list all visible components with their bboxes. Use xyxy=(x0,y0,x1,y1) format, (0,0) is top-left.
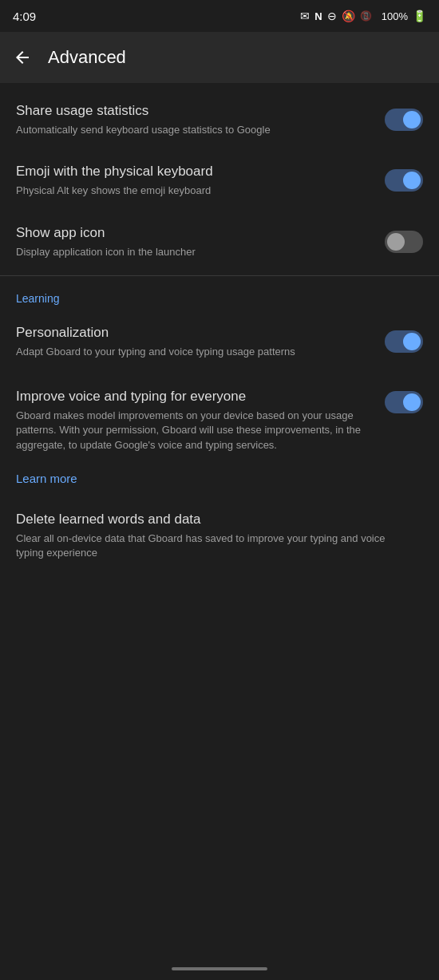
personalization-text: Personalization Adapt Gboard to your typ… xyxy=(16,324,385,359)
back-arrow-icon xyxy=(13,48,32,67)
show-app-icon-subtitle: Display application icon in the launcher xyxy=(16,245,372,259)
personalization-title: Personalization xyxy=(16,324,372,342)
nfc-icon: N xyxy=(314,10,322,22)
section-divider xyxy=(0,275,439,276)
delete-learned-item[interactable]: Delete learned words and data Clear all … xyxy=(0,498,439,573)
learning-section-header: Learning xyxy=(0,279,439,311)
bottom-nav-bar xyxy=(172,967,267,970)
share-usage-subtitle: Automatically send keyboard usage statis… xyxy=(16,123,372,137)
status-bar: 4:09 ✉ N ⊖ 🔕 📵 100% 🔋 xyxy=(0,0,439,32)
status-icons: ✉ N ⊖ 🔕 📵 100% 🔋 xyxy=(300,10,426,22)
personalization-item[interactable]: Personalization Adapt Gboard to your typ… xyxy=(0,311,439,372)
personalization-toggle[interactable] xyxy=(385,330,423,353)
share-usage-toggle[interactable] xyxy=(385,109,423,131)
emoji-keyboard-title: Emoji with the physical keyboard xyxy=(16,163,372,180)
mail-icon: ✉ xyxy=(300,10,310,22)
improve-voice-subtitle: Gboard makes model improvements on your … xyxy=(16,409,372,452)
show-app-icon-item[interactable]: Show app icon Display application icon i… xyxy=(0,211,439,272)
share-usage-thumb xyxy=(403,111,421,128)
improve-voice-thumb xyxy=(403,393,421,411)
status-time: 4:09 xyxy=(13,10,36,23)
emoji-keyboard-toggle[interactable] xyxy=(385,169,423,192)
personalization-thumb xyxy=(403,333,421,350)
signal-off-1-icon: 📵 xyxy=(360,10,372,22)
app-header: Advanced xyxy=(0,32,439,83)
page-title: Advanced xyxy=(48,47,126,68)
battery-icon: 🔋 xyxy=(413,10,426,22)
show-app-icon-toggle[interactable] xyxy=(385,231,423,253)
learn-more-link[interactable]: Learn more xyxy=(0,465,439,498)
share-usage-title: Share usage statistics xyxy=(16,102,372,120)
personalization-subtitle: Adapt Gboard to your typing and voice ty… xyxy=(16,345,372,359)
battery-text: 100% xyxy=(382,10,408,22)
show-app-icon-text: Show app icon Display application icon i… xyxy=(16,224,385,259)
improve-voice-item[interactable]: Improve voice and typing for everyone Gb… xyxy=(0,372,439,465)
share-usage-text: Share usage statistics Automatically sen… xyxy=(16,102,385,137)
improve-voice-toggle[interactable] xyxy=(385,391,423,413)
improve-voice-title: Improve voice and typing for everyone xyxy=(16,388,372,405)
show-app-icon-thumb xyxy=(387,233,405,251)
share-usage-item[interactable]: Share usage statistics Automatically sen… xyxy=(0,89,439,150)
emoji-keyboard-item[interactable]: Emoji with the physical keyboard Physica… xyxy=(0,150,439,211)
emoji-keyboard-text: Emoji with the physical keyboard Physica… xyxy=(16,163,385,198)
emoji-keyboard-subtitle: Physical Alt key shows the emoji keyboar… xyxy=(16,184,372,198)
show-app-icon-title: Show app icon xyxy=(16,224,372,242)
notifications-off-icon: 🔕 xyxy=(342,10,355,22)
delete-learned-subtitle: Clear all on-device data that Gboard has… xyxy=(16,531,410,560)
delete-learned-text: Delete learned words and data Clear all … xyxy=(16,511,423,560)
delete-learned-title: Delete learned words and data xyxy=(16,511,410,528)
improve-voice-text: Improve voice and typing for everyone Gb… xyxy=(16,388,385,452)
minus-icon: ⊖ xyxy=(327,10,337,22)
settings-list: Share usage statistics Automatically sen… xyxy=(0,83,439,579)
back-button[interactable] xyxy=(13,48,32,67)
